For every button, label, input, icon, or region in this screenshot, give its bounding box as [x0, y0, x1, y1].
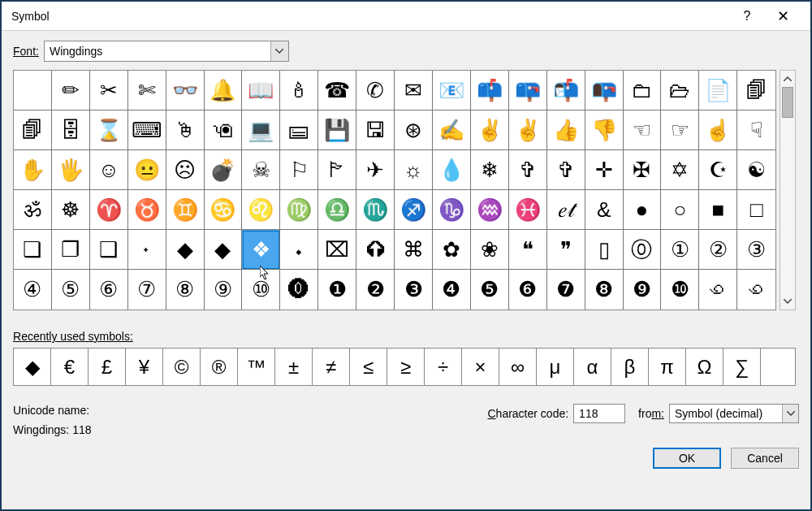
symbol-cell[interactable]: ⚐: [280, 150, 318, 190]
symbol-cell[interactable]: ⊛: [395, 110, 433, 150]
symbol-cell[interactable]: ❝: [509, 230, 547, 270]
symbol-cell[interactable]: 👎: [585, 110, 624, 150]
symbol-cell[interactable]: ✌: [509, 110, 547, 150]
symbol-cell[interactable]: ✂: [90, 71, 128, 110]
char-code-input[interactable]: [573, 404, 625, 423]
symbol-cell[interactable]: ✞: [547, 150, 585, 190]
symbol-cell[interactable]: 😐: [128, 150, 166, 190]
symbol-cell[interactable]: ⮉: [356, 230, 395, 270]
recent-symbol-cell[interactable]: ≤: [350, 349, 387, 385]
symbol-cell[interactable]: ○: [661, 190, 699, 230]
symbol-cell[interactable]: 👓: [166, 71, 205, 110]
recent-symbol-cell[interactable]: €: [51, 349, 89, 385]
recent-symbol-cell[interactable]: ◆: [14, 349, 51, 385]
symbol-cell[interactable]: ◆: [205, 230, 243, 270]
symbol-cell[interactable]: 🔔: [205, 71, 243, 110]
symbol-cell[interactable]: ♉: [128, 190, 166, 230]
recent-symbol-cell[interactable]: ×: [462, 349, 499, 385]
symbol-cell[interactable]: 🖲: [205, 110, 243, 150]
recent-symbol-cell[interactable]: β: [611, 349, 649, 385]
symbol-cell[interactable]: ⑥: [90, 270, 128, 310]
symbol-cell[interactable]: ⑦: [128, 270, 166, 310]
symbol-cell[interactable]: [14, 71, 52, 110]
symbol-cell[interactable]: 🗐: [737, 71, 775, 110]
symbol-cell[interactable]: &: [585, 190, 624, 230]
close-button[interactable]: ✕: [765, 2, 801, 30]
recent-symbol-cell[interactable]: £: [89, 349, 126, 385]
scroll-down-arrow[interactable]: [780, 295, 795, 308]
symbol-cell[interactable]: ♊: [166, 190, 205, 230]
symbol-cell[interactable]: ❶: [318, 270, 356, 310]
symbol-cell[interactable]: ♋: [205, 190, 243, 230]
symbol-cell[interactable]: 🖴: [280, 110, 318, 150]
symbol-cell[interactable]: ⌧: [318, 230, 356, 270]
recent-symbol-cell[interactable]: ≥: [387, 349, 425, 385]
symbol-cell[interactable]: 💾: [318, 110, 356, 150]
symbol-cell[interactable]: ❿: [661, 270, 699, 310]
symbol-cell[interactable]: ✍: [433, 110, 471, 150]
symbol-cell[interactable]: 📭: [585, 71, 624, 110]
symbol-cell[interactable]: ❸: [395, 270, 433, 310]
symbol-cell[interactable]: ✞: [509, 150, 547, 190]
symbol-cell[interactable]: ❷: [356, 270, 395, 310]
symbol-cell[interactable]: ⑨: [205, 270, 243, 310]
recent-symbol-cell[interactable]: α: [574, 349, 611, 385]
symbol-cell[interactable]: 📫: [471, 71, 509, 110]
symbol-cell[interactable]: ⑧: [166, 270, 205, 310]
symbol-cell[interactable]: ❼: [547, 270, 585, 310]
symbol-cell[interactable]: ☺: [90, 150, 128, 190]
recent-symbol-cell[interactable]: ±: [275, 349, 313, 385]
font-select[interactable]: Wingdings: [44, 41, 289, 62]
symbol-cell[interactable]: 📄: [699, 71, 737, 110]
symbol-cell[interactable]: ✌: [471, 110, 509, 150]
symbol-cell[interactable]: 𝑒𝓉: [547, 190, 585, 230]
symbol-cell[interactable]: ☟: [737, 110, 775, 150]
symbol-cell[interactable]: ◆: [166, 230, 205, 270]
scrollbar[interactable]: [780, 70, 796, 310]
symbol-cell[interactable]: ꩜: [699, 270, 737, 310]
symbol-cell[interactable]: ☜: [624, 110, 662, 150]
symbol-cell[interactable]: 🗁: [661, 71, 699, 110]
symbol-cell[interactable]: 🕯: [280, 71, 318, 110]
symbol-cell[interactable]: 🞗: [128, 230, 166, 270]
scroll-thumb[interactable]: [782, 87, 793, 118]
symbol-cell[interactable]: 📧: [433, 71, 471, 110]
symbol-cell[interactable]: ⌨: [128, 110, 166, 150]
symbol-cell[interactable]: 💣: [205, 150, 243, 190]
symbol-cell[interactable]: ♈: [90, 190, 128, 230]
symbol-cell[interactable]: 🖐: [52, 150, 90, 190]
symbol-cell[interactable]: ☸: [52, 190, 90, 230]
symbol-cell[interactable]: ■: [699, 190, 737, 230]
symbol-cell[interactable]: ❄: [471, 150, 509, 190]
help-button[interactable]: ?: [729, 2, 765, 30]
symbol-cell[interactable]: ❀: [471, 230, 509, 270]
cancel-button[interactable]: Cancel: [731, 448, 799, 469]
symbol-cell[interactable]: 📖: [242, 71, 280, 110]
symbol-cell[interactable]: ✡: [661, 150, 699, 190]
symbol-cell[interactable]: 📬: [547, 71, 585, 110]
symbol-cell[interactable]: ✠: [624, 150, 662, 190]
symbol-cell[interactable]: ☞: [661, 110, 699, 150]
symbol-cell[interactable]: ❽: [585, 270, 624, 310]
recent-symbol-cell[interactable]: ≠: [313, 349, 350, 385]
symbol-cell[interactable]: ❾: [624, 270, 662, 310]
symbol-cell[interactable]: ⓿: [280, 270, 318, 310]
symbol-cell[interactable]: ✄: [128, 71, 166, 110]
symbol-cell[interactable]: 🖰: [166, 110, 205, 150]
symbol-cell[interactable]: ⑤: [52, 270, 90, 310]
symbol-cell[interactable]: ♎: [318, 190, 356, 230]
symbol-cell[interactable]: ❻: [509, 270, 547, 310]
symbol-cell[interactable]: ꩜: [737, 270, 775, 310]
symbol-cell[interactable]: 👍: [547, 110, 585, 150]
symbol-cell[interactable]: ✋: [14, 150, 52, 190]
from-select[interactable]: Symbol (decimal): [669, 404, 799, 423]
font-dropdown-button[interactable]: [270, 41, 288, 61]
symbol-cell[interactable]: ❏: [14, 230, 52, 270]
recent-symbol-cell[interactable]: ®: [201, 349, 238, 385]
symbol-cell[interactable]: ①: [661, 230, 699, 270]
symbol-cell[interactable]: ●: [624, 190, 662, 230]
recent-symbol-cell[interactable]: ∞: [499, 349, 537, 385]
symbol-cell[interactable]: ♌: [242, 190, 280, 230]
symbol-cell[interactable]: ॐ: [14, 190, 52, 230]
symbol-cell[interactable]: 💻: [242, 110, 280, 150]
